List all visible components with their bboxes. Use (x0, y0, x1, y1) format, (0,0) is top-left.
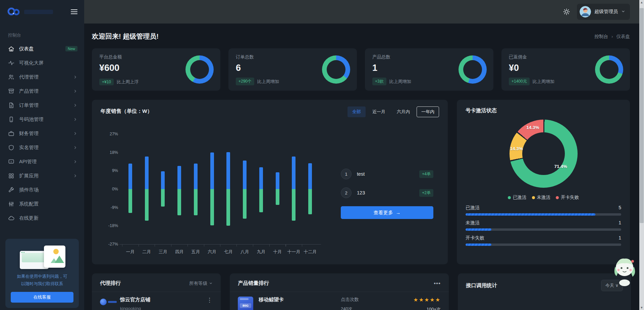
breadcrumb-separator: › (611, 34, 613, 39)
sidebar-item-label: 可视化大屏 (19, 60, 44, 66)
sidebar-item-update[interactable]: 在线更新 (0, 211, 84, 225)
kebab-menu-icon[interactable]: ⋮ (207, 297, 213, 304)
user-menu[interactable]: 超级管理员 (577, 4, 630, 20)
agent-level-dropdown[interactable]: 所有等级 (189, 280, 213, 286)
chevron-right-icon (73, 89, 77, 93)
api-stats-title: 接口调用统计 (466, 282, 497, 289)
star-rating: ★★★★★ 100+次 (413, 297, 441, 310)
dashboard-app: 控制台 仪表盘 New 可视化大屏 代理管理 产品管理 (0, 0, 644, 310)
bar-negative (226, 189, 230, 226)
sidebar-item-plugins[interactable]: 插件市场 (0, 183, 84, 197)
slice-label-fail: 14.3% (526, 125, 539, 130)
support-illustration (17, 243, 67, 270)
click-count-value: 240次 (341, 306, 359, 310)
filter-all[interactable]: 全部 (347, 106, 366, 117)
agent-ranking-card: 代理排行 所有等级 惊云官方店铺 kingooking ⋮ (92, 273, 221, 310)
cloud-logo-icon[interactable] (7, 6, 21, 17)
legend-active[interactable]: 已激活 (508, 194, 527, 201)
phone-icon (8, 116, 14, 123)
mascot-pet-widget[interactable] (612, 254, 637, 289)
scrollbar-thumb[interactable] (640, 8, 644, 223)
online-support-button[interactable]: 在线客服 (11, 292, 73, 303)
progress-track (466, 243, 621, 246)
sidebar-item-bigscreen[interactable]: 可视化大屏 (0, 56, 84, 70)
breadcrumb-root[interactable]: 控制台 (595, 34, 608, 40)
bar-negative (177, 189, 181, 215)
product-sales-card: 产品销量排行 ••• 80G 移动鲸望卡 点击次数 240次 (230, 273, 449, 310)
bar-positive (145, 157, 149, 189)
agent-ranking-title: 代理排行 (100, 280, 121, 287)
bar-positive (210, 152, 214, 189)
vertical-scrollbar[interactable]: ▲ ▼ (639, 0, 644, 310)
sidebar-item-realname[interactable]: 实名管理 (0, 140, 84, 154)
mini-donut-chart (185, 55, 214, 84)
slice-label-active: 71.4% (554, 164, 567, 169)
home-icon (8, 46, 14, 52)
theme-toggle-sun-icon[interactable] (563, 8, 570, 15)
sidebar-item-numberpool[interactable]: 号码池管理 (0, 112, 84, 126)
product-row[interactable]: 80G 移动鲸望卡 点击次数 240次 ★★★★★ 100+次 (230, 292, 449, 310)
rank-badge: +2单 (419, 189, 433, 197)
shop-name: 惊云官方店铺 (120, 297, 150, 303)
mini-donut-chart (595, 55, 623, 84)
chevron-right-icon (73, 131, 77, 136)
stat-desc: 比上周增加 (257, 79, 279, 85)
stat-card-order-total: 订单总数 6 +290个比上周增加 (228, 48, 357, 91)
shop-logo (100, 299, 115, 306)
bar-negative (276, 189, 279, 205)
filter-one-year[interactable]: 一年内 (417, 106, 439, 117)
stat-cards-row: 平台总金额 ¥600 +¥10比上周上浮 订单总数 6 +290个比上周增加 产… (92, 48, 639, 91)
scroll-down-arrow[interactable]: ▼ (639, 305, 644, 310)
legend-fail[interactable]: 开卡失败 (556, 194, 579, 201)
api-stats-card: 接口调用统计 今天 ∨ (458, 273, 631, 310)
sidebar-item-dashboard[interactable]: 仪表盘 New (0, 42, 84, 56)
sidebar-item-extensions[interactable]: 扩展应用 (0, 169, 84, 183)
stat-card-platform-total: 平台总金额 ¥600 +¥10比上周上浮 (92, 48, 220, 91)
bar-chart-plot (122, 134, 318, 244)
main-content: 欢迎回来! 超级管理员! 控制台 › 仪表盘 平台总金额 ¥600 +¥10比上… (84, 24, 639, 310)
topbar: 超级管理员 (84, 0, 639, 24)
rank-name: test (357, 171, 365, 177)
scroll-up-arrow[interactable]: ▲ (639, 0, 644, 5)
user-name: 超级管理员 (594, 9, 618, 15)
bar-negative (161, 189, 165, 207)
view-more-button[interactable]: 查看更多 → (341, 206, 433, 219)
users-icon (8, 74, 14, 80)
annual-sales-card: 年度销售（单位：W） 全部 近一月 六月内 一年内 27%18%9%0%-9%-… (92, 100, 448, 264)
sidebar-item-label: 代理管理 (19, 74, 39, 80)
support-text: 如果在使用中遇到问题，可 以随时与我们取得联系 (11, 273, 73, 288)
sidebar-nav: 仪表盘 New 可视化大屏 代理管理 产品管理 订单管理 (0, 42, 84, 225)
legend-inactive[interactable]: 未激活 (532, 194, 551, 201)
rank-number: 2 (341, 187, 352, 198)
sidebar-item-label: 实名管理 (19, 144, 39, 151)
sidebar-item-orders[interactable]: 订单管理 (0, 98, 84, 112)
sidebar-item-config[interactable]: 系统配置 (0, 197, 84, 211)
bar-positive (161, 171, 165, 189)
sidebar-item-products[interactable]: 产品管理 (0, 84, 84, 98)
ranking-row[interactable]: 1 test +4单 (341, 169, 433, 179)
menu-toggle-icon[interactable] (71, 8, 77, 15)
agent-row[interactable]: 惊云官方店铺 kingooking ⋮ (92, 292, 221, 310)
avatar (580, 6, 591, 17)
sidebar-item-api[interactable]: API管理 (0, 154, 84, 169)
bar-negative (308, 189, 312, 214)
sidebar-item-label: 在线更新 (19, 215, 39, 221)
chevron-right-icon (73, 103, 77, 107)
sidebar-item-finance[interactable]: 财务管理 (0, 126, 84, 140)
ranking-row[interactable]: 2 123 +2单 (341, 187, 433, 198)
filter-last-month[interactable]: 近一月 (368, 106, 390, 117)
sidebar-item-label: 产品管理 (19, 88, 39, 94)
stat-desc: 比上周增加 (389, 79, 411, 85)
rating-count: 100+次 (413, 306, 441, 310)
filter-six-months[interactable]: 六月内 (392, 106, 415, 117)
product-image: 80G (238, 297, 253, 310)
chevron-right-icon (73, 174, 77, 178)
mini-donut-chart (322, 55, 350, 84)
sidebar-item-label: 插件市场 (19, 187, 39, 193)
chevron-down-icon (209, 281, 213, 285)
ellipsis-menu-icon[interactable]: ••• (434, 280, 441, 287)
api-monitor-icon (8, 159, 14, 165)
sidebar-item-agents[interactable]: 代理管理 (0, 70, 84, 84)
sidebar-item-label: 订单管理 (19, 102, 39, 108)
sidebar-item-label: 系统配置 (19, 201, 39, 207)
